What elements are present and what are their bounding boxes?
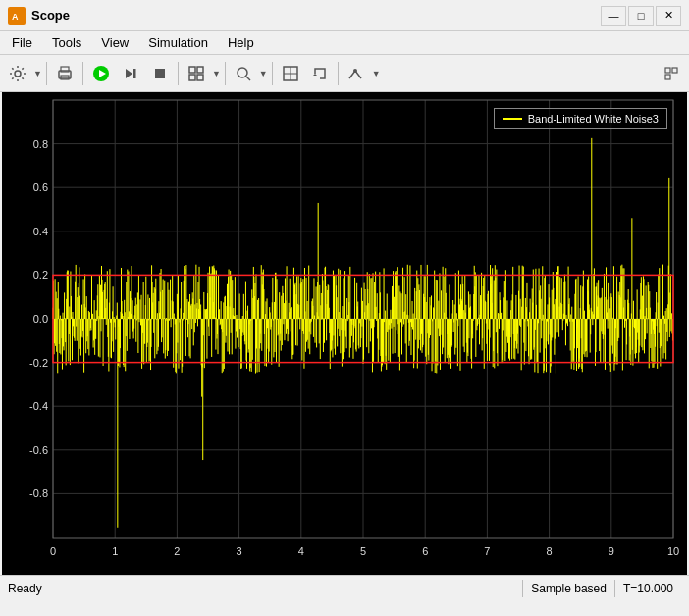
svg-text:A: A [12,12,19,22]
svg-rect-22 [672,68,677,73]
close-button[interactable]: ✕ [656,6,681,26]
svg-rect-21 [665,68,670,73]
svg-point-20 [353,69,357,73]
window-controls: — □ ✕ [601,6,681,26]
svg-rect-11 [189,67,195,73]
status-bar: Ready Sample based T=10.000 [0,575,689,600]
maximize-button[interactable]: □ [628,6,654,26]
plot-area[interactable]: Band-Limited White Noise3 [2,92,687,575]
menu-view[interactable]: View [93,33,136,52]
play-button[interactable] [87,60,115,87]
legend: Band-Limited White Noise3 [494,108,667,129]
zoom-button[interactable] [230,60,257,87]
svg-rect-14 [197,75,203,80]
toolbar-sep-5 [272,62,273,85]
svg-rect-13 [189,75,195,80]
svg-rect-5 [61,76,69,79]
axes-button[interactable] [277,60,304,87]
settings-arrow[interactable]: ▼ [33,69,42,78]
svg-rect-10 [155,69,165,78]
menu-help[interactable]: Help [220,33,262,52]
legend-line [503,118,522,120]
window-title: Scope [31,8,70,23]
layout-button[interactable] [183,60,210,87]
minimize-button[interactable]: — [601,6,626,26]
highlight-button[interactable] [343,60,370,87]
toolbar-sep-1 [46,62,47,85]
svg-marker-8 [126,69,132,78]
status-ready: Ready [8,582,42,595]
scope-canvas [2,92,687,575]
step-button[interactable] [117,60,144,87]
svg-rect-12 [197,67,203,73]
print-button[interactable] [51,60,79,87]
svg-line-16 [246,77,250,80]
toolbar-sep-4 [225,62,226,85]
menu-bar: File Tools View Simulation Help [0,31,689,55]
menu-file[interactable]: File [4,33,40,52]
zoom-arrow[interactable]: ▼ [259,69,268,78]
settings-button[interactable] [4,60,31,87]
legend-label: Band-Limited White Noise3 [528,113,659,125]
toolbar-sep-2 [82,62,83,85]
menu-tools[interactable]: Tools [44,33,89,52]
toolbar: ▼ ▼ ▼ ▼ [0,55,689,92]
svg-rect-23 [665,75,670,79]
status-time: T=10.000 [614,580,681,597]
title-bar: A Scope — □ ✕ [0,0,689,31]
svg-point-15 [238,68,247,77]
status-sample-based: Sample based [522,580,614,597]
stop-button[interactable] [146,60,174,87]
highlight-arrow[interactable]: ▼ [372,69,381,78]
layout-arrow[interactable]: ▼ [212,69,221,78]
status-right: Sample based T=10.000 [522,580,681,597]
dock-button[interactable] [658,60,685,87]
restore-button[interactable] [306,60,334,87]
app-icon: A [8,7,26,25]
toolbar-sep-6 [338,62,339,85]
menu-simulation[interactable]: Simulation [140,33,216,52]
toolbar-sep-3 [178,62,179,85]
svg-rect-9 [133,69,136,78]
svg-point-2 [15,71,21,77]
